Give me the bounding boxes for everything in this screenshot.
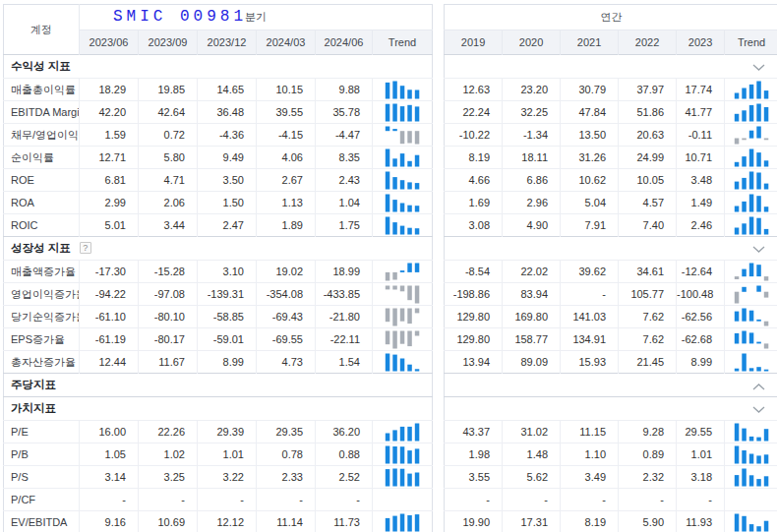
annual-value-cell: 5.90 [619,511,677,532]
row-label: ROE [4,169,80,192]
annual-value-cell: 24.99 [619,147,677,169]
quarter-value-cell: 2.99 [80,192,139,214]
quarter-value-cell: 8.35 [316,147,373,169]
annual-value-cell: 129.80 [445,306,503,328]
section-header-row[interactable]: 수익성 지표 [4,55,433,79]
annual-value-cell: 7.62 [619,328,677,351]
financial-indicators-screen: 계정 SMIC 00981 분기 2023/06 2023/09 2023/12… [0,0,777,532]
quarter-value-cell: 1.50 [198,192,257,214]
annual-value-cell: 29.55 [677,421,725,443]
column-header-2019: 2019 [445,30,503,55]
quarter-value-cell: 11.73 [316,511,373,532]
annual-value-cell: 10.71 [677,147,725,169]
annual-value-cell: 32.25 [503,101,561,124]
annual-value-cell: 83.94 [503,283,561,306]
annual-trend-cell [725,489,777,511]
section-toggle-row[interactable] [445,374,777,397]
table-row: P/B1.051.021.010.780.88 [4,443,433,466]
trend-sparkline [380,125,425,146]
table-row: -8.5422.0239.6234.61-12.64 [445,261,777,283]
section-header-row[interactable]: 성장성 지표? [4,237,433,261]
quarter-value-cell: 36.20 [316,421,373,443]
quarter-value-cell: - [257,489,316,511]
row-label: EBITDA Margin [4,101,80,124]
section-toggle-row[interactable] [445,55,777,79]
quarter-value-cell: 3.14 [80,466,139,489]
quarter-value-cell: 2.43 [316,169,373,192]
quarter-trend-cell [373,466,433,489]
table-row: 129.80158.77134.917.62-62.68 [445,328,777,351]
table-row: 1.981.481.100.891.01 [445,443,777,466]
row-label: ROIC [4,214,80,237]
quarter-value-cell: -4.36 [198,124,257,147]
annual-value-cell: 11.93 [677,511,725,532]
row-label: P/E [4,421,80,443]
table-row: 12.6323.2030.7937.9717.74 [445,79,777,101]
annual-value-cell: 17.74 [677,79,725,101]
annual-trend-cell [725,421,777,443]
table-row: EPS증가율-61.19-80.17-59.01-69.55-22.11 [4,328,433,351]
row-label: 매출액증가율 [4,261,80,283]
quarterly-table: 계정 SMIC 00981 분기 2023/06 2023/09 2023/12… [3,4,433,532]
trend-sparkline [380,444,425,465]
annual-value-cell: 2.32 [619,466,677,489]
chevron-down-icon[interactable] [752,246,765,254]
annual-value-cell: -62.56 [677,306,725,328]
trend-sparkline [380,148,425,168]
column-header-2021: 2021 [561,30,619,55]
chevron-down-icon[interactable] [752,64,765,72]
quarter-value-cell: -69.55 [257,328,316,351]
table-row: 채무/영업이익율1.590.72-4.36-4.15-4.47 [4,124,433,147]
column-header-2020: 2020 [503,30,561,55]
quarter-value-cell: 2.33 [257,466,316,489]
annual-trend-cell [725,306,777,328]
row-label: 영업이익증가율 [4,283,80,306]
quarter-trend-cell [373,124,433,147]
trend-sparkline [380,262,425,282]
annual-value-cell: 158.77 [503,328,561,351]
annual-value-cell: 7.91 [561,214,619,237]
quarter-value-cell: 9.49 [198,147,257,169]
annual-value-cell: 47.84 [561,101,619,124]
annual-value-cell: 22.02 [503,261,561,283]
section-toggle-row[interactable] [445,397,777,421]
section-toggle-row[interactable] [445,237,777,261]
table-row: ROA2.992.061.501.131.04 [4,192,433,214]
annual-value-cell: 20.63 [619,124,677,147]
annual-value-cell: 10.05 [619,169,677,192]
table-row: 19.9017.318.195.9011.93 [445,511,777,532]
section-title: 수익성 지표 [4,60,71,72]
quarter-value-cell: -15.28 [139,261,198,283]
help-icon[interactable]: ? [80,242,91,254]
annual-value-cell: 2.46 [677,214,725,237]
quarter-value-cell: -61.19 [80,328,139,351]
column-header-2023: 2023 [677,30,725,55]
quarter-trend-cell [373,443,433,466]
quarter-value-cell: 35.78 [316,101,373,124]
annual-trend-cell [725,79,777,101]
table-row: 3.084.907.917.402.46 [445,214,777,237]
section-header-row[interactable]: 가치지표 [4,397,433,421]
section-header-row[interactable]: 주당지표 [4,374,433,397]
annual-value-cell: 41.77 [677,101,725,124]
trend-sparkline [729,444,774,465]
quarter-value-cell: 3.25 [139,466,198,489]
trend-sparkline [729,125,774,146]
chevron-up-icon[interactable] [752,383,765,390]
annual-value-cell: 5.04 [561,192,619,214]
annual-value-cell: 2.96 [503,192,561,214]
annual-value-cell: 1.01 [677,443,725,466]
annual-value-cell: 3.49 [561,466,619,489]
quarter-value-cell: -354.08 [257,283,316,306]
annual-value-cell: 11.15 [561,421,619,443]
table-row: ROIC5.013.442.471.891.75 [4,214,433,237]
quarter-trend-cell [373,147,433,169]
chevron-down-icon[interactable] [752,406,765,414]
trend-sparkline [729,307,774,327]
trend-sparkline [729,329,774,350]
table-row: 영업이익증가율-94.22-97.08-139.31-354.08-433.85 [4,283,433,306]
quarter-value-cell: 10.69 [139,511,198,532]
row-label: 매출총이익률 [4,79,80,101]
quarter-value-cell: 29.35 [257,421,316,443]
row-label: 채무/영업이익율 [4,124,80,147]
